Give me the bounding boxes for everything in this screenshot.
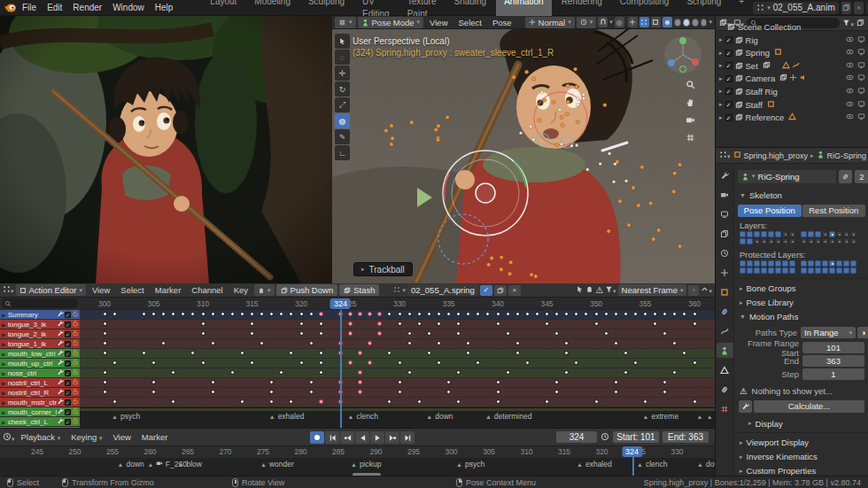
protected-layer-cell[interactable] xyxy=(808,260,814,267)
protected-layer-cell[interactable] xyxy=(801,260,807,267)
frame-start-field[interactable]: Start: 101 xyxy=(613,431,659,443)
menu-window[interactable]: Window xyxy=(107,3,150,12)
operator-panel-trackball[interactable]: ▸ Trackball xyxy=(353,262,413,276)
layer-cell[interactable] xyxy=(775,231,781,237)
layer-cell[interactable] xyxy=(801,238,807,244)
channel-tongue_3_ik[interactable]: ▶tongue_3_ik ✓ xyxy=(0,320,80,329)
layer-cell[interactable] xyxy=(801,231,807,237)
layer-cell[interactable] xyxy=(843,238,849,244)
calculate-button[interactable]: Calculate... xyxy=(754,400,864,413)
channel-enable-checkbox[interactable]: ✓ xyxy=(65,341,71,347)
protected-layer-cell[interactable] xyxy=(747,260,753,267)
menu-render[interactable]: Render xyxy=(67,3,107,12)
protected-layer-cell[interactable] xyxy=(768,267,774,274)
properties-tab-world[interactable] xyxy=(717,265,733,280)
collection-checkbox[interactable]: ✓ xyxy=(725,36,732,43)
shading-rendered[interactable] xyxy=(701,19,708,27)
dopesheet-menu-key[interactable]: Key xyxy=(229,285,252,295)
modifier-wrench-icon[interactable] xyxy=(57,417,64,426)
protected-layer-cell[interactable] xyxy=(768,260,774,267)
outliner-row-reference[interactable]: ▸ ✓ Reference xyxy=(716,112,868,124)
protected-layer-cell[interactable] xyxy=(740,267,746,274)
play-reverse-button[interactable] xyxy=(355,431,369,444)
protected-layer-cell[interactable] xyxy=(850,260,856,267)
protected-layer-cell[interactable] xyxy=(747,267,753,274)
tool-select-box[interactable] xyxy=(335,34,350,49)
marker-extreme[interactable]: ▲extreme xyxy=(643,412,679,421)
channel-tongue_2_ik[interactable]: ▶tongue_2_ik ✓ xyxy=(0,329,80,338)
layer-cell[interactable] xyxy=(815,231,821,237)
current-frame-badge[interactable]: 324 xyxy=(330,298,351,309)
calculate-icon-button[interactable] xyxy=(739,400,752,413)
keyframe-row[interactable] xyxy=(80,388,715,397)
unlink-action-button[interactable]: × xyxy=(508,285,521,296)
properties-tab-object[interactable] xyxy=(717,284,733,299)
layer-cell[interactable] xyxy=(740,238,746,244)
channel-enable-checkbox[interactable]: ✓ xyxy=(65,419,71,425)
easing-dropdown[interactable]: ▾ xyxy=(701,285,712,295)
layer-cell[interactable] xyxy=(822,238,828,244)
show-overlays-toggle[interactable] xyxy=(639,17,649,27)
protected-layer-cell[interactable] xyxy=(789,267,795,274)
protected-layer-cell[interactable] xyxy=(761,260,767,267)
channel-enable-checkbox[interactable]: ✓ xyxy=(65,360,71,367)
protected-layer-cell[interactable] xyxy=(754,267,760,274)
properties-tab-constraints[interactable] xyxy=(717,304,733,319)
channel-summary[interactable]: ▶Summary ✓ xyxy=(0,310,80,319)
expand-icon[interactable]: ▸ xyxy=(719,114,723,121)
frame-end-field[interactable]: End: 363 xyxy=(663,431,709,443)
auto-keying-toggle[interactable] xyxy=(310,431,324,444)
collection-checkbox[interactable]: ✓ xyxy=(725,88,732,95)
layer-cell[interactable] xyxy=(754,231,760,237)
proportional-toggle[interactable]: ◦ xyxy=(688,285,699,296)
layer-cell[interactable] xyxy=(829,238,835,244)
dopesheet-menu-select[interactable]: Select xyxy=(116,285,148,295)
dopesheet-playhead[interactable] xyxy=(340,310,342,428)
outliner-row-scene-collection[interactable]: Scene Collection xyxy=(716,20,868,33)
marker-unnamed[interactable]: ▲ xyxy=(707,412,715,421)
breadcrumb-object[interactable]: Spring.high_proxy xyxy=(744,151,809,160)
properties-tab-texture[interactable] xyxy=(717,401,733,416)
layer-cell[interactable] xyxy=(836,238,842,244)
protected-layer-cell[interactable] xyxy=(843,260,849,267)
next-keyframe-button[interactable] xyxy=(385,431,399,444)
rest-position-button[interactable]: Rest Position xyxy=(802,205,866,217)
layer-cell[interactable] xyxy=(850,231,856,237)
hide-eye-icon[interactable] xyxy=(846,74,854,83)
channel-lock-icon[interactable] xyxy=(72,349,79,358)
channel-nostril_ctrl_r[interactable]: ▶nostril_ctrl_R ✓ xyxy=(0,388,80,397)
channel-search-input[interactable] xyxy=(2,298,78,308)
disable-viewport-icon[interactable] xyxy=(857,74,865,83)
panel-bone-groups[interactable]: ▸Bone Groups xyxy=(734,282,868,295)
pivot-point-dropdown[interactable]: ▾ xyxy=(577,17,597,28)
breadcrumb-data[interactable]: RiG-Spring xyxy=(827,151,867,160)
keyframe-area[interactable]: 300305310315320325330335340345350355360 … xyxy=(80,298,715,428)
field-end[interactable]: 363 xyxy=(802,355,864,367)
expand-icon[interactable]: ▸ xyxy=(719,88,723,95)
panel-inverse-kinematics[interactable]: ▸Inverse Kinematics xyxy=(734,450,868,463)
action-name-field[interactable]: 02_055_A.spring xyxy=(407,284,478,296)
layer-cell[interactable] xyxy=(815,238,821,244)
channel-enable-checkbox[interactable]: ✓ xyxy=(65,331,71,337)
layer-cell[interactable] xyxy=(747,238,753,244)
keyframe-row[interactable] xyxy=(80,320,715,329)
show-gizmo-toggle[interactable] xyxy=(628,17,638,27)
modifier-wrench-icon[interactable] xyxy=(57,310,64,319)
modifier-wrench-icon[interactable] xyxy=(57,339,64,348)
outliner-row-camera[interactable]: ▸ ✓ Camera xyxy=(716,73,868,85)
shading-wireframe[interactable] xyxy=(674,19,681,27)
layer-cell[interactable] xyxy=(782,231,788,237)
protected-layer-cell[interactable] xyxy=(822,267,828,274)
collection-checkbox[interactable]: ✓ xyxy=(725,62,732,69)
snap-dropdown[interactable]: ▾ xyxy=(609,19,613,26)
library-link-button[interactable] xyxy=(839,170,852,183)
protected-layer-cell[interactable] xyxy=(829,267,835,274)
scene-selector[interactable]: ▾02_055_A.anim xyxy=(753,2,839,14)
properties-tab-tool[interactable] xyxy=(717,167,733,182)
editor-mode-dropdown[interactable]: Action Editor▾ xyxy=(16,284,86,296)
channel-lock-icon[interactable] xyxy=(72,339,79,348)
navigation-gizmo[interactable] xyxy=(663,35,702,74)
layer-cell[interactable] xyxy=(740,231,746,237)
outliner-row-staff-rig[interactable]: ▸ ✓ Staff Rig xyxy=(716,85,868,97)
show-hidden-toggle[interactable] xyxy=(585,285,593,295)
